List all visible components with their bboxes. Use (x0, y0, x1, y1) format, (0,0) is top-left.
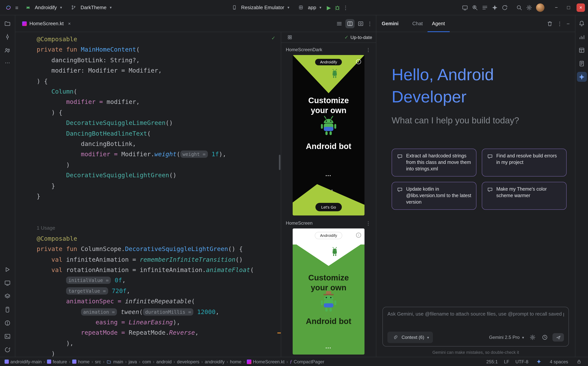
more-icon[interactable]: ⋮ (557, 19, 563, 28)
tab-chat[interactable]: Chat (408, 15, 427, 32)
version-control-tool-icon[interactable] (2, 345, 12, 355)
code-line[interactable]: Column( (37, 86, 281, 97)
maximize-button[interactable]: □ (564, 3, 573, 12)
profiler-icon[interactable] (577, 32, 587, 42)
info-icon[interactable]: i (356, 59, 361, 64)
code-area[interactable]: @Composableprivate fun MainHomeContent( … (15, 32, 281, 357)
gradle-sync-icon[interactable] (500, 3, 509, 12)
breadcrumb-item[interactable]: main (107, 359, 123, 364)
write-access-icon[interactable] (574, 357, 583, 366)
close-tab-icon[interactable]: × (66, 19, 72, 28)
breadcrumb-item[interactable]: androidify (205, 359, 225, 364)
code-line[interactable] (37, 202, 281, 212)
minimize-button[interactable]: − (552, 3, 560, 12)
notifications-icon[interactable] (577, 18, 587, 28)
run-button[interactable]: ▶ (326, 3, 332, 12)
main-menu-icon[interactable]: ≡ (14, 3, 20, 12)
inspections-ok-icon[interactable]: ✓ (271, 35, 275, 41)
line-ending[interactable]: LF (504, 359, 509, 364)
user-avatar[interactable] (536, 3, 544, 12)
build-variants-tool-icon[interactable] (2, 291, 12, 301)
code-view-icon[interactable] (335, 19, 344, 28)
code-line[interactable]: ) (37, 160, 281, 170)
delete-conversation-icon[interactable] (545, 19, 554, 28)
suggestion-card[interactable]: Make my Theme's color scheme warmer (482, 182, 567, 210)
gemini-input-container[interactable]: Ask Gemini, use @filename to attach sour… (382, 307, 569, 347)
code-line[interactable]: animationSpec = infiniteRepeatable( (37, 296, 281, 307)
code-line[interactable]: DecorativeSquiggleLimeGreen() (37, 118, 281, 128)
debug-button[interactable] (333, 3, 342, 12)
breadcrumb-item[interactable]: java (129, 359, 137, 364)
file-encoding[interactable]: UTF-8 (515, 359, 528, 364)
breadcrumb-item[interactable]: HomeScreen.kt (247, 359, 284, 364)
search-everywhere-icon[interactable] (515, 3, 524, 12)
code-line[interactable]: dancingBotLink: String?, (37, 55, 281, 66)
pull-requests-tool-icon[interactable] (2, 45, 12, 55)
running-devices-tool-icon[interactable] (2, 278, 12, 288)
gemini-toolbar-icon[interactable] (490, 3, 499, 12)
gemini-settings-icon[interactable] (528, 333, 537, 342)
code-line[interactable]: modifier = modifier, (37, 97, 281, 107)
breadcrumb-item[interactable]: developers (177, 359, 199, 364)
breadcrumb-item[interactable]: home (72, 359, 90, 364)
profile-app-icon[interactable] (470, 3, 480, 12)
more-icon[interactable]: ⋮ (365, 219, 371, 227)
hide-panel-icon[interactable]: − (565, 19, 571, 28)
code-line[interactable]: repeatMode = RepeatMode.Reverse, (37, 328, 281, 338)
breadcrumb-item[interactable]: android (156, 359, 172, 364)
code-line[interactable]: @Composable (37, 233, 281, 244)
code-line[interactable]: easing = LinearEasing), (37, 317, 281, 328)
indent-setting[interactable]: 4 spaces (550, 359, 568, 364)
code-line[interactable]: } (37, 191, 281, 202)
project-selector[interactable]: Androidify ▾ (21, 2, 66, 13)
logcat-icon[interactable] (480, 3, 489, 12)
code-line[interactable]: 1 Usage (37, 222, 281, 233)
code-line[interactable]: ), (37, 338, 281, 349)
run-config-selector[interactable]: app ▾ (294, 2, 325, 13)
send-button[interactable] (552, 333, 564, 342)
project-tool-icon[interactable] (2, 18, 12, 28)
documentation-icon[interactable] (577, 58, 587, 69)
code-editor[interactable]: @Composableprivate fun MainHomeContent( … (15, 32, 281, 357)
device-selector[interactable]: Resizable Emulator ▾ (227, 2, 293, 13)
code-line[interactable]: ) (37, 348, 281, 357)
history-icon[interactable] (540, 333, 550, 342)
preview-layout-icon[interactable] (285, 33, 294, 42)
terminal-tool-icon[interactable] (2, 331, 12, 341)
context-chip[interactable]: Context (6) ▾ (387, 332, 433, 343)
code-line[interactable]: private fun ColumnScope.DecorativeSquigg… (37, 244, 281, 254)
split-view-icon[interactable] (345, 19, 355, 28)
caret-position[interactable]: 255:1 (486, 359, 498, 364)
device-manager-tool-icon[interactable] (2, 305, 12, 314)
lets-go-button[interactable]: Let's Go (315, 203, 342, 211)
more-icon[interactable]: ⋮ (367, 19, 373, 28)
code-line[interactable]: @Composable (37, 34, 281, 45)
preview-frame-dark[interactable]: Androidify i Customizeyour own Android b… (293, 55, 365, 215)
gemini-status-icon[interactable] (535, 357, 544, 366)
code-line[interactable]: modifier: Modifier = Modifier, (37, 65, 281, 76)
breadcrumb-item[interactable]: androidify-main (5, 359, 42, 364)
code-line[interactable]: val infiniteAnimation = rememberInfinite… (37, 254, 281, 265)
code-line[interactable]: initialValue = 0f, (37, 275, 281, 286)
preview-frame-light[interactable]: Androidify i Customizeyour own Android b… (293, 229, 365, 355)
code-line[interactable]: dancingBotLink, (37, 139, 281, 149)
code-line[interactable]: ) { (37, 76, 281, 86)
device-streaming-icon[interactable] (460, 3, 470, 12)
code-line[interactable] (37, 212, 281, 222)
branch-selector[interactable]: DarkTheme ▾ (67, 2, 115, 13)
code-line[interactable]: } (37, 181, 281, 191)
breadcrumb-item[interactable]: ƒCompactPager (290, 359, 324, 365)
code-line[interactable]: DancingBotHeadlineText( (37, 128, 281, 139)
settings-gear-icon[interactable] (525, 3, 534, 12)
code-line[interactable]: animation = tween(durationMillis = 12000… (37, 307, 281, 317)
tab-agent[interactable]: Agent (427, 15, 450, 32)
error-stripe-mark[interactable] (277, 332, 281, 334)
code-line[interactable]: val rotationAnimation = infiniteAnimatio… (37, 265, 281, 275)
code-line[interactable]: modifier = Modifier.weight(weight = 1f), (37, 149, 281, 160)
suggestion-card[interactable]: Find and resolve build errors in my proj… (482, 149, 567, 176)
code-line[interactable]: targetValue = 720f, (37, 286, 281, 296)
gemini-tool-icon[interactable] (577, 72, 587, 82)
run-tool-icon[interactable] (2, 264, 12, 274)
info-icon[interactable]: i (356, 233, 361, 238)
design-view-icon[interactable] (356, 19, 365, 28)
